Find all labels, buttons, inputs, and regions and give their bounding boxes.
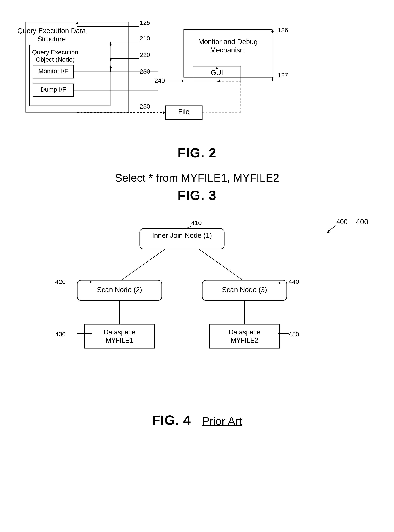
svg-marker-41 [271, 29, 274, 32]
svg-text:MYFILE2: MYFILE2 [231, 337, 258, 344]
svg-marker-49 [216, 66, 218, 69]
svg-text:Scan Node (2): Scan Node (2) [97, 286, 142, 294]
svg-text:250: 250 [140, 103, 150, 110]
svg-text:210: 210 [140, 35, 150, 42]
svg-text:410: 410 [191, 219, 202, 226]
svg-marker-21 [109, 59, 112, 61]
svg-text:400: 400 [337, 218, 347, 225]
svg-text:Inner Join Node (1): Inner Join Node (1) [152, 232, 212, 239]
fig3-container: Select * from MYFILE1, MYFILE2 FIG. 3 [15, 172, 379, 203]
svg-marker-68 [90, 281, 92, 283]
svg-rect-87 [210, 324, 280, 348]
svg-marker-55 [217, 80, 219, 82]
fig4-caption: FIG. 4 [152, 413, 191, 428]
svg-text:Dataspace: Dataspace [229, 328, 260, 336]
page: Query Execution Data Structure Query Exe… [0, 0, 394, 532]
svg-text:Object (Node): Object (Node) [36, 56, 75, 63]
svg-text:430: 430 [55, 331, 66, 338]
svg-text:Scan Node (3): Scan Node (3) [222, 286, 267, 294]
svg-text:220: 220 [140, 51, 150, 58]
svg-marker-31 [182, 80, 184, 82]
svg-marker-80 [278, 282, 280, 284]
svg-text:240: 240 [155, 77, 165, 84]
svg-text:126: 126 [278, 26, 288, 33]
svg-text:Query Execution Data: Query Execution Data [17, 27, 86, 35]
svg-marker-63 [183, 227, 186, 229]
svg-text:125: 125 [140, 19, 150, 26]
svg-text:230: 230 [140, 68, 150, 75]
svg-text:450: 450 [289, 331, 299, 338]
prior-art-label: Prior Art [202, 415, 242, 427]
svg-line-65 [199, 249, 243, 280]
svg-marker-25 [109, 66, 112, 68]
svg-text:Query Execution: Query Execution [32, 49, 78, 56]
svg-text:Monitor I/F: Monitor I/F [38, 68, 68, 74]
fig2-caption: FIG. 2 [15, 145, 379, 160]
svg-text:440: 440 [289, 278, 299, 285]
fig3-caption: FIG. 3 [15, 188, 379, 203]
svg-rect-75 [85, 324, 155, 348]
svg-marker-86 [278, 332, 280, 335]
svg-text:File: File [178, 108, 189, 115]
svg-marker-47 [271, 79, 274, 81]
fig3-query: Select * from MYFILE1, MYFILE2 [15, 172, 379, 184]
svg-text:Mechanism: Mechanism [210, 46, 246, 54]
svg-text:MYFILE1: MYFILE1 [106, 337, 133, 344]
svg-text:Dump I/F: Dump I/F [41, 86, 66, 93]
fig2-diagram: Query Execution Data Structure Query Exe… [15, 15, 379, 143]
svg-text:127: 127 [278, 72, 288, 78]
svg-text:Monitor and Debug: Monitor and Debug [198, 38, 258, 46]
svg-text:420: 420 [55, 278, 66, 285]
svg-marker-74 [90, 332, 92, 335]
svg-text:Dataspace: Dataspace [104, 328, 135, 336]
svg-line-64 [121, 249, 166, 280]
svg-text:Structure: Structure [37, 35, 66, 43]
fig4-diagram: 400 400 Inner Join Node (1) 410 420 [15, 214, 379, 407]
